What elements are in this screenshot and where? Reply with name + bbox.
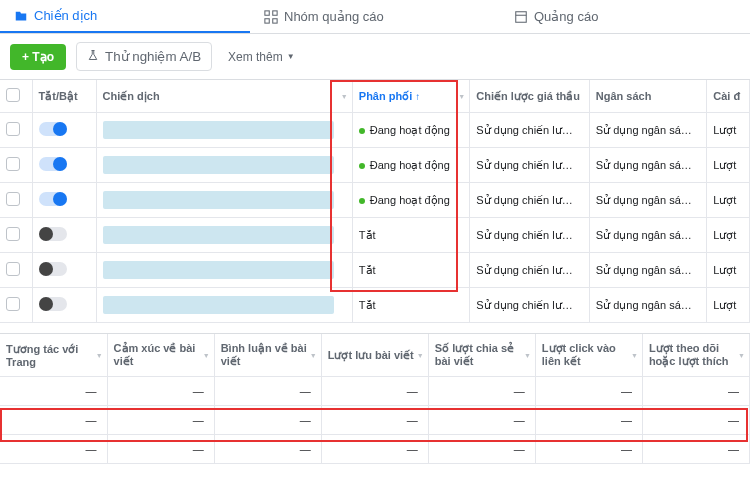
col-comments[interactable]: Bình luận về bài viết▼ <box>214 334 321 377</box>
dropdown-caret-icon: ▼ <box>738 352 745 359</box>
metrics-row: ——————— <box>0 406 750 435</box>
toggle-switch[interactable] <box>39 157 67 171</box>
ad-icon <box>514 10 528 24</box>
bid-strategy: Sử dụng chiến lư… <box>470 113 590 148</box>
col-settings[interactable]: Cài đ <box>707 80 750 113</box>
row-checkbox[interactable] <box>6 192 20 206</box>
chevron-down-icon: ▼ <box>287 52 295 61</box>
delivery-status: Tắt <box>352 288 469 323</box>
col-delivery[interactable]: Phân phối ↑▼ <box>352 80 469 113</box>
budget: Sử dụng ngân sá… <box>589 288 706 323</box>
metrics-row: ——————— <box>0 435 750 464</box>
svg-rect-2 <box>265 18 269 22</box>
budget: Sử dụng ngân sá… <box>589 183 706 218</box>
status-dot-icon <box>359 198 365 204</box>
col-shares[interactable]: Số lượt chia sẻ bài viết▼ <box>428 334 535 377</box>
tab-label: Quảng cáo <box>534 9 598 24</box>
table-row: TắtSử dụng chiến lư…Sử dụng ngân sá…Lượt <box>0 288 750 323</box>
settings: Lượt <box>707 253 750 288</box>
budget: Sử dụng ngân sá… <box>589 218 706 253</box>
row-checkbox[interactable] <box>6 262 20 276</box>
delivery-status: Đang hoạt động <box>352 148 469 183</box>
col-campaign[interactable]: Chiến dịch▼ <box>96 80 352 113</box>
toggle-switch[interactable] <box>39 297 67 311</box>
campaign-name-redacted[interactable] <box>103 156 334 174</box>
delivery-status: Đang hoạt động <box>352 183 469 218</box>
col-reactions[interactable]: Cảm xúc về bài viết▼ <box>107 334 214 377</box>
toggle-switch[interactable] <box>39 262 67 276</box>
main-tabs: Chiến dịch Nhóm quảng cáo Quảng cáo <box>0 0 750 34</box>
dropdown-caret-icon: ▼ <box>458 93 465 100</box>
status-dot-icon <box>359 163 365 169</box>
svg-rect-4 <box>516 11 527 22</box>
tab-adset[interactable]: Nhóm quảng cáo <box>250 0 500 33</box>
table-row: Đang hoạt độngSử dụng chiến lư…Sử dụng n… <box>0 148 750 183</box>
dropdown-caret-icon: ▼ <box>96 352 103 359</box>
toggle-switch[interactable] <box>39 192 67 206</box>
svg-rect-3 <box>273 18 277 22</box>
settings: Lượt <box>707 288 750 323</box>
col-bid[interactable]: Chiến lược giá thầu <box>470 80 590 113</box>
table-row: Đang hoạt độngSử dụng chiến lư…Sử dụng n… <box>0 183 750 218</box>
settings: Lượt <box>707 183 750 218</box>
toolbar: + Tạo Thử nghiệm A/B Xem thêm ▼ <box>0 34 750 80</box>
settings: Lượt <box>707 148 750 183</box>
dropdown-caret-icon: ▼ <box>417 352 424 359</box>
metrics-row: ——————— <box>0 377 750 406</box>
flask-icon <box>87 49 99 64</box>
dropdown-caret-icon: ▼ <box>310 352 317 359</box>
tab-label: Chiến dịch <box>34 8 97 23</box>
bid-strategy: Sử dụng chiến lư… <box>470 148 590 183</box>
metrics-table-wrap: Tương tác với Trang▼ Cảm xúc về bài viết… <box>0 333 750 464</box>
tab-campaign[interactable]: Chiến dịch <box>0 0 250 33</box>
more-dropdown[interactable]: Xem thêm ▼ <box>222 44 301 70</box>
row-checkbox[interactable] <box>6 297 20 311</box>
tab-label: Nhóm quảng cáo <box>284 9 384 24</box>
toggle-switch[interactable] <box>39 122 67 136</box>
ab-test-button[interactable]: Thử nghiệm A/B <box>76 42 212 71</box>
bid-strategy: Sử dụng chiến lư… <box>470 218 590 253</box>
budget: Sử dụng ngân sá… <box>589 113 706 148</box>
svg-rect-1 <box>273 10 277 14</box>
more-label: Xem thêm <box>228 50 283 64</box>
sort-asc-icon: ↑ <box>415 91 420 102</box>
campaign-table: Tắt/Bật Chiến dịch▼ Phân phối ↑▼ Chiến l… <box>0 80 750 323</box>
folder-icon <box>14 9 28 23</box>
budget: Sử dụng ngân sá… <box>589 253 706 288</box>
table-row: TắtSử dụng chiến lư…Sử dụng ngân sá…Lượt <box>0 218 750 253</box>
bid-strategy: Sử dụng chiến lư… <box>470 253 590 288</box>
bid-strategy: Sử dụng chiến lư… <box>470 183 590 218</box>
delivery-status: Đang hoạt động <box>352 113 469 148</box>
table-row: TắtSử dụng chiến lư…Sử dụng ngân sá…Lượt <box>0 253 750 288</box>
status-dot-icon <box>359 128 365 134</box>
dropdown-caret-icon: ▼ <box>524 352 531 359</box>
col-check[interactable] <box>0 80 32 113</box>
campaign-name-redacted[interactable] <box>103 191 334 209</box>
svg-rect-0 <box>265 10 269 14</box>
col-onoff[interactable]: Tắt/Bật <box>32 80 96 113</box>
row-checkbox[interactable] <box>6 157 20 171</box>
col-page-engagement[interactable]: Tương tác với Trang▼ <box>0 334 107 377</box>
col-budget[interactable]: Ngân sách <box>589 80 706 113</box>
campaign-name-redacted[interactable] <box>103 226 334 244</box>
campaign-name-redacted[interactable] <box>103 261 334 279</box>
table-row: Đang hoạt độngSử dụng chiến lư…Sử dụng n… <box>0 113 750 148</box>
ab-label: Thử nghiệm A/B <box>105 49 201 64</box>
col-follows[interactable]: Lượt theo dõi hoặc lượt thích▼ <box>642 334 749 377</box>
row-checkbox[interactable] <box>6 122 20 136</box>
col-saves[interactable]: Lượt lưu bài viết▼ <box>321 334 428 377</box>
col-link-clicks[interactable]: Lượt click vào liên kết▼ <box>535 334 642 377</box>
delivery-status: Tắt <box>352 218 469 253</box>
toggle-switch[interactable] <box>39 227 67 241</box>
dropdown-caret-icon: ▼ <box>203 352 210 359</box>
tab-ad[interactable]: Quảng cáo <box>500 0 750 33</box>
dropdown-caret-icon: ▼ <box>631 352 638 359</box>
checkbox-all[interactable] <box>6 88 20 102</box>
campaign-name-redacted[interactable] <box>103 296 334 314</box>
create-button[interactable]: + Tạo <box>10 44 66 70</box>
bid-strategy: Sử dụng chiến lư… <box>470 288 590 323</box>
campaign-table-wrap: Tắt/Bật Chiến dịch▼ Phân phối ↑▼ Chiến l… <box>0 80 750 323</box>
row-checkbox[interactable] <box>6 227 20 241</box>
delivery-status: Tắt <box>352 253 469 288</box>
campaign-name-redacted[interactable] <box>103 121 334 139</box>
